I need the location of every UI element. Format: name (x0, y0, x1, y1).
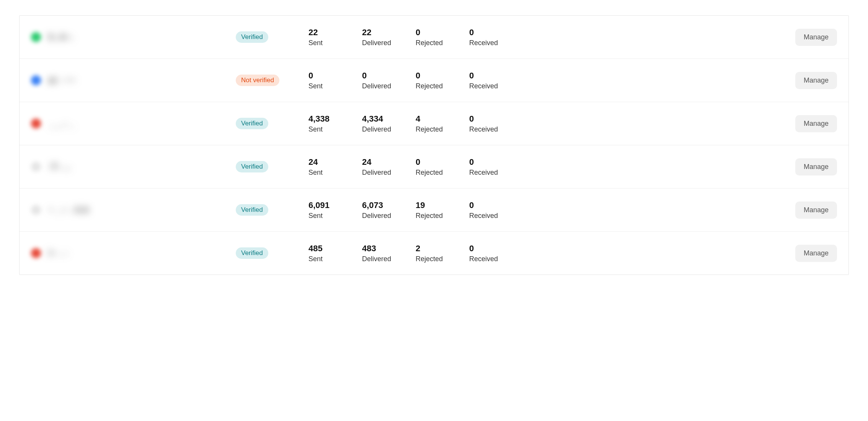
sent-label: Sent (308, 82, 362, 90)
rejected-value: 4 (416, 114, 469, 124)
delivered-label: Delivered (362, 82, 416, 90)
verified-badge: Verified (236, 118, 268, 129)
received-label: Received (469, 39, 523, 47)
verified-badge: Verified (236, 247, 268, 259)
delivered-metric: 6,073Delivered (362, 200, 416, 220)
received-metric: 0Received (469, 157, 523, 177)
status-dot-icon (31, 119, 41, 128)
rejected-label: Rejected (416, 125, 469, 133)
redacted-text: aI - ~~ (49, 75, 76, 85)
delivered-label: Delivered (362, 212, 416, 220)
rejected-metric: 0Rejected (416, 71, 469, 90)
domain-info-redacted: ___- _ (20, 102, 236, 145)
redacted-text: h. A~. (49, 32, 74, 42)
rejected-metric: 19Rejected (416, 200, 469, 220)
sent-value: 0 (308, 71, 362, 81)
received-metric: 0Received (469, 71, 523, 90)
sent-label: Sent (308, 125, 362, 133)
received-metric: 0Received (469, 114, 523, 133)
received-value: 0 (469, 157, 523, 167)
domain-info-redacted: i~ . - (20, 232, 236, 275)
table-row: ~ _~ . h.hVerified6,091Sent6,073Delivere… (20, 189, 848, 232)
received-metric: 0Received (469, 244, 523, 263)
received-label: Received (469, 255, 523, 263)
domain-info-redacted: ~ _~ . h.h (20, 189, 236, 231)
status-cell: Verified (236, 247, 308, 259)
rejected-label: Rejected (416, 82, 469, 90)
status-cell: Verified (236, 204, 308, 216)
delivered-value: 483 (362, 244, 416, 254)
delivered-metric: 483Delivered (362, 244, 416, 263)
verified-badge: Verified (236, 161, 268, 172)
redacted-text: i~ . - (49, 248, 68, 258)
delivered-label: Delivered (362, 169, 416, 177)
rejected-value: 2 (416, 244, 469, 254)
received-value: 0 (469, 71, 523, 81)
domain-info-redacted: -T- ... (20, 145, 236, 188)
manage-button[interactable]: Manage (795, 158, 837, 176)
manage-button[interactable]: Manage (795, 202, 837, 219)
sent-label: Sent (308, 169, 362, 177)
action-cell: Manage (523, 202, 848, 219)
status-dot-icon (31, 32, 41, 42)
rejected-metric: 4Rejected (416, 114, 469, 133)
manage-button[interactable]: Manage (795, 72, 837, 89)
delivered-label: Delivered (362, 39, 416, 47)
delivered-metric: 0Delivered (362, 71, 416, 90)
status-cell: Verified (236, 118, 308, 129)
rejected-metric: 0Rejected (416, 28, 469, 47)
status-cell: Not verified (236, 75, 308, 86)
table-row: h. A~.Verified22Sent22Delivered0Rejected… (20, 16, 848, 59)
received-value: 0 (469, 244, 523, 254)
sent-label: Sent (308, 39, 362, 47)
received-metric: 0Received (469, 28, 523, 47)
table-row: i~ . -Verified485Sent483Delivered2Reject… (20, 232, 848, 275)
action-cell: Manage (523, 158, 848, 176)
delivered-value: 22 (362, 28, 416, 37)
rejected-label: Rejected (416, 39, 469, 47)
manage-button[interactable]: Manage (795, 115, 837, 132)
received-value: 0 (469, 28, 523, 37)
sent-label: Sent (308, 255, 362, 263)
sent-value: 22 (308, 28, 362, 37)
sent-metric: 24Sent (308, 157, 362, 177)
sent-value: 4,338 (308, 114, 362, 124)
sent-label: Sent (308, 212, 362, 220)
status-dot-icon (31, 75, 41, 85)
action-cell: Manage (523, 115, 848, 132)
domain-info-redacted: aI - ~~ (20, 59, 236, 102)
rejected-value: 0 (416, 28, 469, 37)
delivered-value: 6,073 (362, 200, 416, 210)
verified-badge: Verified (236, 31, 268, 43)
delivered-label: Delivered (362, 125, 416, 133)
received-value: 0 (469, 114, 523, 124)
rejected-label: Rejected (416, 169, 469, 177)
delivered-metric: 22Delivered (362, 28, 416, 47)
sent-metric: 22Sent (308, 28, 362, 47)
rejected-value: 0 (416, 71, 469, 81)
domain-info-redacted: h. A~. (20, 16, 236, 59)
delivered-value: 24 (362, 157, 416, 167)
action-cell: Manage (523, 245, 848, 262)
received-label: Received (469, 212, 523, 220)
delivered-label: Delivered (362, 255, 416, 263)
rejected-value: 0 (416, 157, 469, 167)
manage-button[interactable]: Manage (795, 29, 837, 46)
delivered-metric: 4,334Delivered (362, 114, 416, 133)
table-row: ___- _Verified4,338Sent4,334Delivered4Re… (20, 102, 848, 145)
rejected-metric: 0Rejected (416, 157, 469, 177)
domain-list-panel: h. A~.Verified22Sent22Delivered0Rejected… (19, 15, 849, 275)
sent-value: 24 (308, 157, 362, 167)
manage-button[interactable]: Manage (795, 245, 837, 262)
rejected-value: 19 (416, 200, 469, 210)
rejected-metric: 2Rejected (416, 244, 469, 263)
status-dot-icon (31, 248, 41, 258)
redacted-text: -T- ... (49, 162, 71, 172)
sent-metric: 6,091Sent (308, 200, 362, 220)
sent-value: 6,091 (308, 200, 362, 210)
sent-metric: 4,338Sent (308, 114, 362, 133)
status-cell: Verified (236, 161, 308, 172)
redacted-text: ___- _ (49, 119, 75, 128)
status-cell: Verified (236, 31, 308, 43)
sent-metric: 0Sent (308, 71, 362, 90)
